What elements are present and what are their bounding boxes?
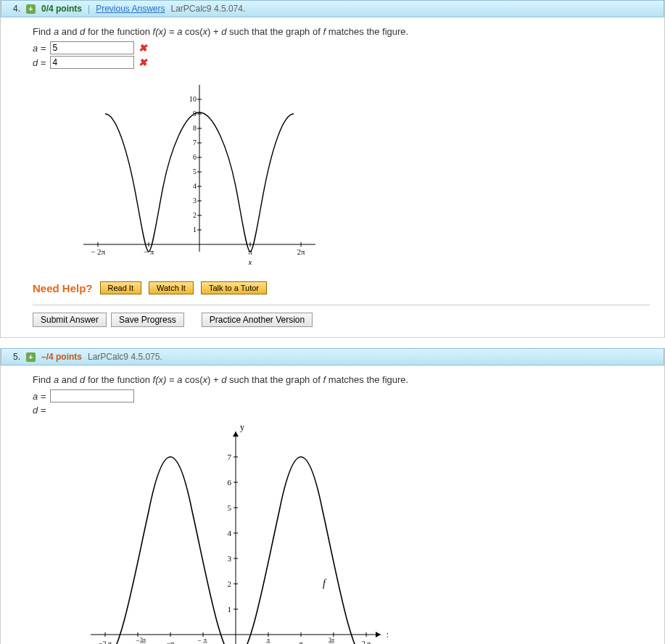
input-row-d: d = ✖ xyxy=(33,56,650,69)
prompt-text: ) + xyxy=(207,374,221,385)
question-4: 4. + 0/4 points | Previous Answers LarPC… xyxy=(0,0,665,338)
svg-text:1: 1 xyxy=(193,226,197,234)
question-ref: LarPCalc9 4.5.075. xyxy=(88,352,162,362)
svg-text:−: − xyxy=(197,637,202,644)
graph-svg: x y −1 1 2 3 4 5 6 7 xyxy=(83,424,388,644)
question-number: 5. xyxy=(7,352,20,362)
svg-text:8: 8 xyxy=(193,124,197,132)
svg-text:π: π xyxy=(204,637,207,643)
prompt-text: matches the figure. xyxy=(326,374,408,385)
prompt-text: cos( xyxy=(182,26,202,37)
need-help-label: Need Help? xyxy=(33,282,93,294)
svg-marker-35 xyxy=(233,432,239,437)
prompt-text: for the function xyxy=(85,374,152,385)
svg-marker-32 xyxy=(376,632,381,637)
input-a[interactable] xyxy=(50,41,134,54)
svg-text:4: 4 xyxy=(193,182,197,190)
svg-text:6: 6 xyxy=(228,478,232,487)
previous-answers-link[interactable]: Previous Answers xyxy=(96,4,165,14)
input-row-a: a = ✖ xyxy=(33,41,650,54)
need-help-row: Need Help? Read It Watch It Talk to a Tu… xyxy=(33,281,650,294)
question-number: 4. xyxy=(7,4,20,14)
prompt-text: ) + xyxy=(207,26,221,37)
svg-text:6: 6 xyxy=(193,153,197,161)
expand-icon[interactable]: + xyxy=(26,352,36,362)
talk-tutor-button[interactable]: Talk to a Tutor xyxy=(201,281,267,294)
svg-text:2: 2 xyxy=(193,211,197,219)
label-a: a = xyxy=(33,43,46,54)
input-row-d: d = xyxy=(33,404,650,416)
prompt-text: and xyxy=(59,26,80,37)
graph-svg: 1 2 3 4 5 6 7 8 9 10 − 2π − π xyxy=(76,78,323,266)
prompt-text: and xyxy=(59,374,80,385)
question-5: 5. + –/4 points LarPCalc9 4.5.075. Find … xyxy=(0,348,665,644)
svg-text:− 2π: − 2π xyxy=(91,247,105,256)
question-ref: LarPCalc9 4.5.074. xyxy=(171,4,246,14)
label-a: a = xyxy=(33,391,46,402)
svg-text:3: 3 xyxy=(193,197,197,205)
question-4-body: Find a and d for the function f(x) = a c… xyxy=(1,17,664,337)
svg-text:2π: 2π xyxy=(297,247,305,256)
graph-q5: x y −1 1 2 3 4 5 6 7 xyxy=(83,424,650,644)
svg-text:5: 5 xyxy=(228,503,232,512)
question-prompt: Find a and d for the function f(x) = a c… xyxy=(33,26,650,37)
label-d: d = xyxy=(33,405,46,416)
svg-text:π: π xyxy=(299,640,302,644)
prompt-text: Find xyxy=(33,26,54,37)
input-row-a: a = xyxy=(33,389,650,402)
graph-q4: 1 2 3 4 5 6 7 8 9 10 − 2π − π xyxy=(76,78,650,268)
question-4-header: 4. + 0/4 points | Previous Answers LarPC… xyxy=(1,0,664,17)
svg-text:10: 10 xyxy=(189,95,197,103)
prompt-text: such that the graph of xyxy=(226,374,323,385)
svg-text:−2 π: −2 π xyxy=(99,640,112,644)
svg-text:7: 7 xyxy=(228,453,232,461)
expand-icon[interactable]: + xyxy=(26,4,36,14)
svg-text:3π: 3π xyxy=(329,637,334,643)
svg-text:4: 4 xyxy=(228,529,232,537)
svg-text:7: 7 xyxy=(193,139,197,146)
points-label: –/4 points xyxy=(41,352,82,362)
input-a[interactable] xyxy=(50,389,134,402)
prompt-text: = xyxy=(166,374,177,385)
practice-another-button[interactable]: Practice Another Version xyxy=(202,313,313,327)
svg-text:3π: 3π xyxy=(140,637,146,643)
prompt-fx: f(x) xyxy=(153,374,167,385)
question-prompt: Find a and d for the function f(x) = a c… xyxy=(33,374,650,385)
svg-text:1: 1 xyxy=(228,605,232,614)
prompt-text: = xyxy=(166,26,177,37)
points-label: 0/4 points xyxy=(41,4,82,14)
svg-text:f: f xyxy=(323,578,327,589)
prompt-text: Find xyxy=(33,374,54,385)
read-it-button[interactable]: Read It xyxy=(100,281,141,294)
separator: | xyxy=(88,4,90,14)
svg-text:−π: −π xyxy=(167,640,175,644)
wrong-icon: ✖ xyxy=(139,42,147,54)
submit-answer-button[interactable]: Submit Answer xyxy=(33,313,107,327)
svg-text:x: x xyxy=(387,629,388,640)
prompt-text: such that the graph of xyxy=(226,26,323,37)
prompt-text: matches the figure. xyxy=(326,26,408,37)
label-d: d = xyxy=(33,57,46,68)
prompt-text: for the function xyxy=(85,26,152,37)
action-row: Submit Answer Save Progress Practice Ano… xyxy=(33,305,650,327)
prompt-text: cos( xyxy=(182,374,202,385)
input-d[interactable] xyxy=(50,56,134,69)
wrong-icon: ✖ xyxy=(139,57,147,68)
question-5-body: Find a and d for the function f(x) = a c… xyxy=(1,366,664,644)
svg-text:x: x xyxy=(248,257,252,266)
watch-it-button[interactable]: Watch It xyxy=(149,281,194,294)
save-progress-button[interactable]: Save Progress xyxy=(111,313,184,327)
question-5-header: 5. + –/4 points LarPCalc9 4.5.075. xyxy=(1,348,664,366)
svg-text:5: 5 xyxy=(193,168,197,176)
prompt-fx: f(x) xyxy=(153,26,167,37)
svg-text:2 π: 2 π xyxy=(362,640,371,644)
svg-text:3: 3 xyxy=(228,554,232,563)
svg-text:π: π xyxy=(267,637,270,643)
svg-text:2: 2 xyxy=(228,579,232,588)
svg-text:y: y xyxy=(240,424,244,432)
